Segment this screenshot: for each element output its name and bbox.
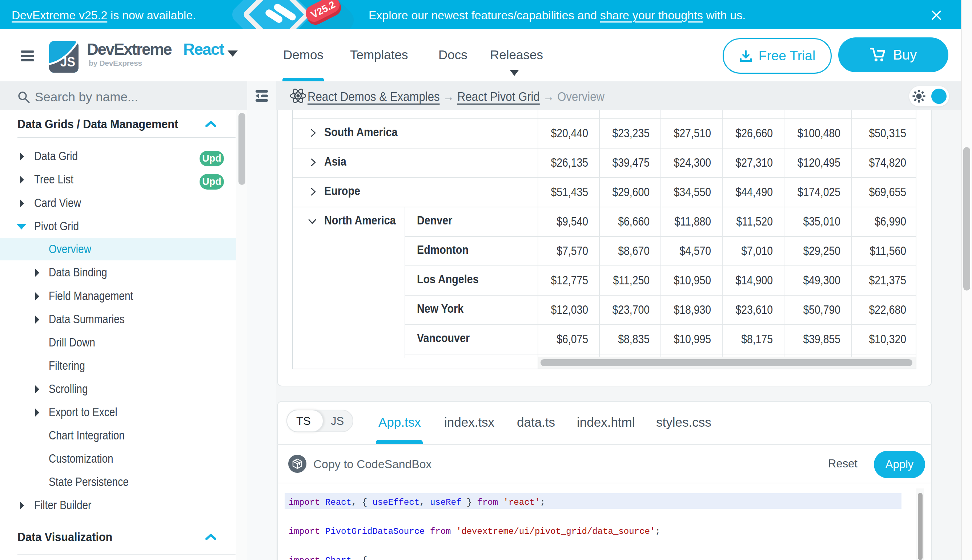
svg-text:JS: JS xyxy=(60,55,75,69)
